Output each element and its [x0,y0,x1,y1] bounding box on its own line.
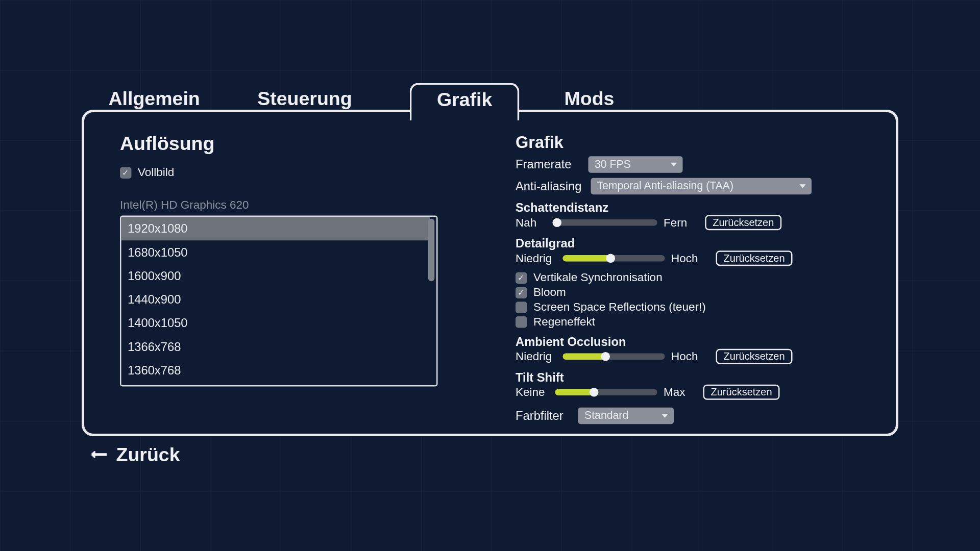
bloom-checkbox[interactable] [516,287,527,298]
shadow-high-label: Fern [664,216,687,229]
tilt-high-label: Max [664,386,685,399]
ao-reset-button[interactable]: Zurücksetzen [716,349,793,364]
back-label: Zurück [116,444,180,466]
fullscreen-label: Vollbild [138,166,174,179]
resolution-option[interactable]: 1600x900 [121,264,430,288]
arrow-left-icon: 🠔 [91,445,108,465]
detail-slider[interactable] [563,255,665,262]
ao-slider[interactable] [563,354,665,360]
resolution-list[interactable]: 1920x10801680x10501600x9001440x9001400x1… [120,216,438,387]
colorfilter-label: Farbfilter [516,409,569,423]
detail-high-label: Hoch [671,252,698,265]
resolution-option[interactable]: 1440x900 [121,288,430,311]
resolution-option[interactable]: 1360x768 [121,359,430,382]
colorfilter-dropdown[interactable]: Standard [578,408,674,424]
fullscreen-checkbox[interactable] [120,167,132,179]
ao-low-label: Niedrig [516,350,556,363]
ssr-checkbox[interactable] [516,302,527,313]
shadow-title: Schattendistanz [516,201,865,215]
aa-dropdown[interactable]: Temporal Anti-aliasing (TAA) [591,178,812,195]
bloom-label: Bloom [533,286,566,299]
resolution-scrollbar[interactable] [428,219,435,282]
aa-value: Temporal Anti-aliasing (TAA) [597,180,733,193]
tilt-title: Tilt Shift [516,370,865,385]
framerate-dropdown[interactable]: 30 FPS [589,156,683,173]
colorfilter-value: Standard [584,410,628,422]
shadow-reset-button[interactable]: Zurücksetzen [705,215,781,230]
tab-graphics[interactable]: Grafik [409,83,520,121]
vsync-label: Vertikale Synchronisation [533,271,663,284]
resolution-option[interactable]: 980x551 [121,217,430,240]
ao-title: Ambient Occlusion [516,335,865,349]
resolution-option[interactable]: 1400x1050 [121,311,430,335]
aa-label: Anti-aliasing [516,179,581,193]
gpu-name: Intel(R) HD Graphics 620 [120,198,477,212]
tilt-reset-button[interactable]: Zurücksetzen [703,385,780,400]
detail-low-label: Niedrig [516,252,556,265]
graphics-heading: Grafik [516,133,865,153]
tilt-slider[interactable] [555,389,657,396]
framerate-label: Framerate [516,158,579,172]
resolution-option[interactable]: 1366x768 [121,335,430,358]
shadow-slider[interactable] [555,219,657,226]
rain-checkbox[interactable] [516,316,527,328]
settings-panel: Auflösung Vollbild Intel(R) HD Graphics … [82,110,898,436]
ssr-label: Screen Space Reflections (teuer!) [533,300,706,314]
detail-title: Detailgrad [516,237,865,251]
shadow-low-label: Nah [516,216,549,229]
resolution-option[interactable]: 1680x1050 [121,240,430,264]
ao-high-label: Hoch [671,350,698,363]
resolution-heading: Auflösung [120,133,477,155]
detail-reset-button[interactable]: Zurücksetzen [716,251,793,266]
back-button[interactable]: 🠔 Zurück [91,444,180,466]
rain-label: Regeneffekt [533,315,595,329]
framerate-value: 30 FPS [595,158,631,171]
vsync-checkbox[interactable] [516,272,527,284]
tilt-low-label: Keine [516,386,549,399]
